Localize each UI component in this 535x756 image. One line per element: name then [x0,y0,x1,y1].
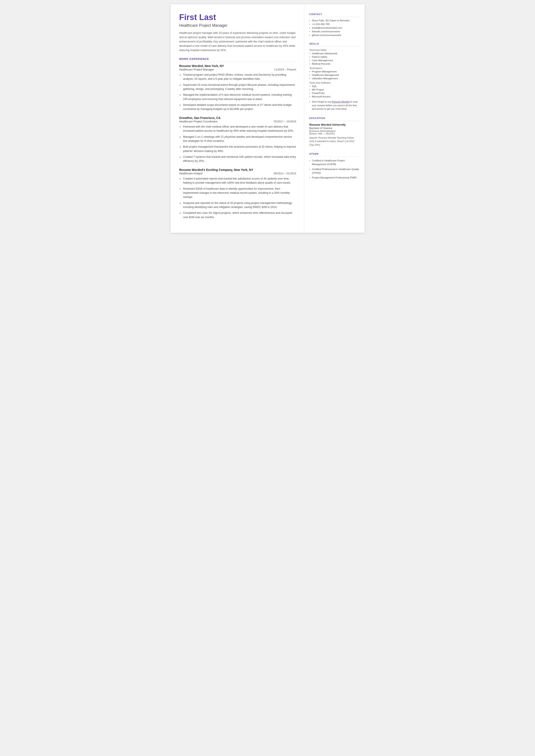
tool-0: SQL [309,85,359,88]
technical-skill-3: Medical Records [309,63,359,65]
job-role-2: Healthcare Project Coordinator [179,120,218,123]
edu-awards: Awards: Resume Worded Teaching Fellow (o… [309,136,359,147]
job-dates-3: 06/2012 – 01/2015 [274,172,296,175]
job-role-1: Healthcare Project Manager [179,68,214,71]
techniques-label: Techniques: [309,67,359,70]
contact-section-title: CONTACT [309,13,359,17]
job-company-2: Growthsi, San Francisco, CA [179,116,296,120]
job-dates-2: 02/2017 – 10/2019 [274,120,296,123]
edu-field: Business Administration [309,130,359,132]
resume-container: First Last Healthcare Project Manager He… [171,4,365,233]
job-block-3: Resume Worded's Exciting Company, New Yo… [179,168,296,219]
education-section: EDUCATION Resume Worded University Bache… [309,117,359,147]
candidate-name: First Last [179,13,296,22]
bullet-3-3: Analyzed and reported on the status of 2… [179,201,296,210]
contact-item-0: Sioux Falls, SD (Open to Remote) [309,19,359,22]
resume-worded-note: Don't forget to use Resume Worded to sca… [309,100,359,111]
technique-2: Utilization Management [309,77,359,80]
tool-2: PowerPoint [309,92,359,95]
techniques-list: Program Management Healthcare Management… [309,70,359,80]
bullet-3-1: Created 4 automated reports that tracked… [179,177,296,185]
bullet-1-2: Supervised 10 cross-functional teams thr… [179,83,296,91]
contact-list: Sioux Falls, SD (Open to Remote) +1-234-… [309,19,359,37]
other-section: OTHER Certified in Healthcare Project Ma… [309,153,359,180]
job-bullets-2: Partnered with the chief medical officer… [179,125,296,163]
job-role-3: Healthcare Analyst [179,172,203,175]
job-bullets-1: Tracked program and project RAID (Risks,… [179,73,296,111]
left-column: First Last Healthcare Project Manager He… [171,4,304,233]
contact-item-1: +1-234-456-789 [309,23,359,25]
technical-skill-1: Patient Safety [309,56,359,58]
job-bullets-3: Created 4 automated reports that tracked… [179,177,296,219]
other-item-1: Certified Professional in Healthcare Qua… [309,167,359,175]
education-section-title: EDUCATION [309,117,359,121]
edu-location: Boston, MA — 05/2012 [309,132,359,135]
bullet-1-4: Developed detailed scope documents based… [179,103,296,111]
job-meta-1: Healthcare Project Manager 11/2019 – Pre… [179,68,296,71]
other-section-title: OTHER [309,153,359,157]
resume-worded-link[interactable]: Resume Worded [332,100,350,103]
job-block-2: Growthsi, San Francisco, CA Healthcare P… [179,116,296,163]
contact-item-3: linkedin.com/in/username [309,30,359,33]
tool-3: Microsoft Access [309,95,359,98]
candidate-job-title: Healthcare Project Manager [179,23,296,28]
job-meta-3: Healthcare Analyst 06/2012 – 01/2015 [179,172,296,175]
skills-section-title: SKILLS [309,42,359,46]
tool-1: MS Project [309,88,359,91]
job-company-3: Resume Worded's Exciting Company, New Yo… [179,168,296,172]
technique-1: Healthcare Management [309,74,359,76]
job-block-1: Resume Worded, New York, NY Healthcare P… [179,64,296,111]
bullet-1-3: Managed the implementation of 5 new elec… [179,93,296,101]
bullet-2-3: Built project management frameworks into… [179,145,296,153]
other-item-0: Certified in Healthcare Project Manageme… [309,159,359,166]
right-column: CONTACT Sioux Falls, SD (Open to Remote)… [304,4,365,233]
bullet-2-4: Created 7 systems that tracked and monit… [179,155,296,163]
bullet-3-2: Reviewed 50GB of healthcare data to iden… [179,187,296,199]
job-dates-1: 11/2019 – Present [274,68,296,71]
bullet-2-1: Partnered with the chief medical officer… [179,125,296,133]
tools-label: Tools and Software: [309,81,359,84]
other-item-2: Project Management Professional (PMP). [309,176,359,180]
job-company-1: Resume Worded, New York, NY [179,64,296,68]
bullet-3-4: Completed two Lean Six Sigma projects, w… [179,211,296,219]
skills-section: SKILLS Technical Skills: Healthcare (Adv… [309,42,359,111]
contact-item-4: github.com/resumeworded [309,34,359,37]
work-experience-section-title: WORK EXPERIENCE [179,58,296,62]
candidate-summary: Healthcare project manager with 10 years… [179,31,296,52]
tools-list: SQL MS Project PowerPoint Microsoft Acce… [309,85,359,98]
job-meta-2: Healthcare Project Coordinator 02/2017 –… [179,120,296,123]
contact-item-2: email@resumeworded.com [309,26,359,29]
technique-0: Program Management [309,70,359,73]
technical-skills-label: Technical Skills: [309,49,359,51]
other-list: Certified in Healthcare Project Manageme… [309,159,359,180]
bullet-2-2: Managed 1-on-1 meetings with 21 physicia… [179,135,296,143]
edu-school: Resume Worded University [309,123,359,126]
bullet-1-1: Tracked program and project RAID (Risks,… [179,73,296,81]
contact-section: CONTACT Sioux Falls, SD (Open to Remote)… [309,13,359,37]
technical-skill-2: Case Management [309,59,359,62]
technical-skill-0: Healthcare (Advanced) [309,52,359,55]
technical-skill-list: Healthcare (Advanced) Patient Safety Cas… [309,52,359,65]
edu-degree: Bachelor of Science [309,127,359,130]
